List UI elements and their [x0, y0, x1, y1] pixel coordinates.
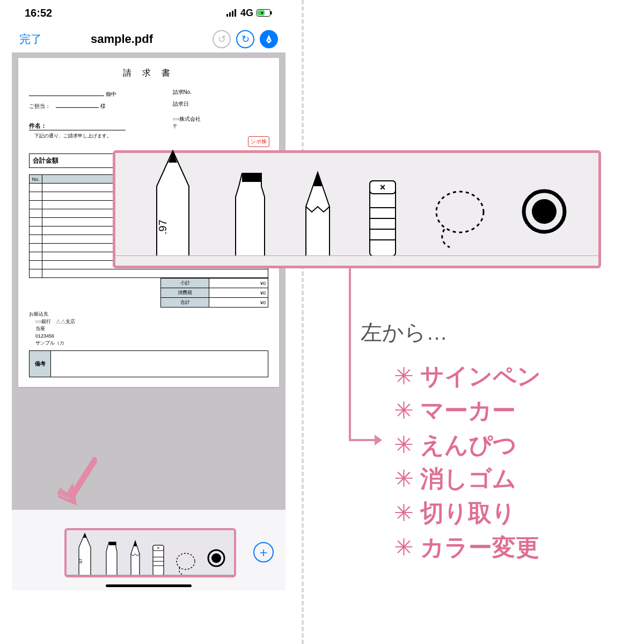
svg-text:×: ×	[379, 182, 385, 193]
pen-tool-icon[interactable]: .97	[75, 532, 95, 575]
sama-label: 様	[100, 103, 106, 109]
eraser-tool-icon[interactable]: ×	[151, 542, 165, 575]
eraser-tool-large-icon[interactable]: ×	[365, 175, 400, 256]
invoice-date-label: 請求日	[173, 101, 189, 107]
svg-rect-0	[226, 14, 228, 17]
svg-point-7	[268, 39, 270, 41]
hand-drawn-arrow	[46, 455, 105, 525]
undo-button[interactable]: ↺	[213, 30, 231, 48]
legend-item: マーカー	[394, 393, 541, 428]
bank-info: お振込先 ○○銀行 △△支店 当座 0123456 サンプル（カ	[29, 311, 268, 347]
marker-tool-large-icon[interactable]	[230, 170, 270, 256]
clock: 16:52	[25, 7, 52, 19]
svg-text:×: ×	[157, 545, 159, 551]
svg-point-16	[211, 553, 221, 563]
pen-size-label-large: .97	[157, 219, 169, 235]
status-bar: 16:52 4G	[12, 0, 286, 26]
remarks-box: 備考	[29, 350, 268, 377]
color-tool-icon[interactable]	[207, 548, 226, 568]
invoice-no-label: 請求No.	[173, 89, 192, 95]
document-title: sample.pdf	[36, 32, 207, 46]
home-indicator	[106, 584, 192, 587]
pencil-tool-large-icon[interactable]	[301, 170, 335, 256]
bank-heading: お振込先	[29, 311, 268, 318]
battery-icon	[257, 9, 273, 17]
svg-rect-1	[229, 12, 231, 17]
svg-rect-5	[270, 11, 272, 14]
markup-toolbar-small: .97 ×	[64, 528, 236, 577]
connector-vertical	[349, 268, 351, 440]
signal-icon	[226, 9, 237, 17]
gotanto-label: ご担当：	[29, 103, 56, 110]
col-no: No.	[30, 175, 42, 184]
redo-button[interactable]: ↻	[236, 30, 254, 48]
tax-label: 消費税	[161, 288, 209, 298]
svg-rect-2	[232, 11, 233, 17]
pen-tip-icon	[264, 34, 274, 44]
svg-point-24	[436, 192, 484, 232]
status-right: 4G	[226, 8, 273, 19]
lasso-tool-large-icon[interactable]	[430, 186, 489, 251]
pen-tool-large-icon[interactable]: .97	[146, 149, 200, 256]
legend-item: サインペン	[394, 359, 541, 393]
legend-item: 切り取り	[394, 496, 541, 530]
subtotal-value: ¥0	[209, 279, 268, 288]
subtotals-table: 小計¥0 消費税¥0 合計¥0	[160, 278, 268, 308]
total-label: 合計金額	[30, 154, 122, 167]
remarks-label: 備考	[30, 351, 51, 377]
account-type: 当座	[35, 325, 268, 333]
svg-point-14	[177, 553, 195, 569]
color-tool-large-icon[interactable]	[520, 187, 568, 236]
account-holder: サンプル（カ	[35, 340, 268, 347]
legend-item: 消しゴム	[394, 462, 541, 496]
bank-name: ○○銀行 △△支店	[35, 318, 268, 326]
kenmei-label: 件名：	[29, 122, 47, 129]
markup-button[interactable]	[260, 30, 278, 48]
vertical-divider	[302, 0, 304, 644]
account-number: 0123456	[35, 333, 268, 340]
legend-list: サインペン マーカー えんぴつ 消しゴム 切り取り カラー変更	[394, 359, 541, 565]
add-button[interactable]: ＋	[253, 542, 274, 562]
grandtotal-label: 合計	[161, 298, 209, 308]
invoice-title: 請 求 書	[29, 68, 268, 79]
postal-mark: 〒	[173, 123, 268, 130]
nav-bar: 完了 sample.pdf ↺ ↻	[12, 26, 286, 53]
subtotal-label: 小計	[161, 279, 209, 288]
svg-point-26	[532, 199, 557, 224]
marker-tool-icon[interactable]	[104, 540, 119, 575]
onchu-label: 御中	[106, 91, 116, 97]
legend-item: カラー変更	[394, 530, 541, 565]
lasso-tool-icon[interactable]	[174, 551, 197, 575]
legend-item: えんぴつ	[394, 428, 541, 462]
grandtotal-value: ¥0	[209, 298, 268, 308]
request-note: 下記の通り、ご請求申し上げます。	[34, 133, 173, 140]
stamp: ンボ株	[248, 136, 269, 147]
pen-size-label: .97	[78, 558, 83, 565]
pencil-tool-icon[interactable]	[129, 540, 142, 575]
svg-rect-6	[258, 10, 265, 16]
legend: 左から… サインペン マーカー えんぴつ 消しゴム 切り取り カラー変更	[361, 318, 541, 565]
company-name: ○○株式会社	[173, 115, 268, 123]
network-label: 4G	[240, 8, 253, 19]
tax-value: ¥0	[209, 288, 268, 298]
markup-toolbar-callout: .97 ×	[113, 150, 601, 268]
legend-title: 左から…	[361, 318, 541, 347]
svg-rect-3	[235, 9, 236, 17]
